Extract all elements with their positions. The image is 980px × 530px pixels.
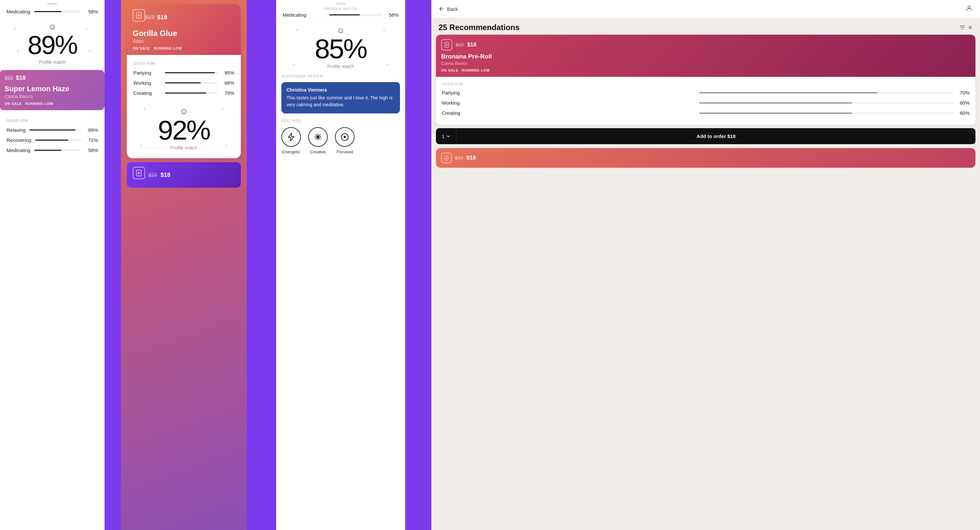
- gorilla-bar-fill-working: [165, 82, 200, 83]
- purple-card-partial: $22 $18 Super Lemon Haze Canna Basics ON…: [0, 70, 105, 110]
- plus-deco: +: [84, 26, 88, 32]
- bronana-brand: Canna Basics: [441, 61, 970, 66]
- plus4: +: [225, 142, 228, 148]
- bronana-icon-price: $22 $18: [441, 39, 970, 50]
- bottom-card-col3: $23 $18: [127, 162, 241, 188]
- stat-bar-relaxing: [29, 129, 81, 131]
- feeling-creative: Creative: [308, 127, 328, 154]
- bronana-stat-creating: Creating 60%: [442, 110, 970, 116]
- review-box: Christina Viennera This tastes just like…: [282, 82, 400, 113]
- plus2: +: [221, 106, 224, 112]
- bronana-bar-working: [699, 103, 954, 103]
- plus3: +: [140, 142, 143, 148]
- bronana-price-old: $22: [455, 42, 464, 48]
- price-display: $23 $18: [145, 14, 167, 21]
- focused-icon: [340, 132, 349, 142]
- review-text: This tastes just like summer and I love …: [286, 94, 395, 108]
- bottom-detail-icon: [441, 153, 452, 163]
- back-button[interactable]: Back: [439, 6, 458, 12]
- tag-running-low-purple: RUNNING LOW: [25, 102, 53, 105]
- bottom-price-new: $18: [161, 172, 170, 178]
- filter-button[interactable]: [959, 24, 973, 31]
- gorilla-pct-partying: 95%: [221, 70, 234, 75]
- bronana-tags: ON SALE RUNNING LOW: [441, 68, 970, 72]
- gorilla-good-for-body: GOOD FOR Partying 95% Working 68% C: [127, 55, 241, 102]
- add-order-btn[interactable]: Add to order $18: [457, 128, 975, 144]
- stat-row-medicating-left: Medicating 58%: [6, 147, 98, 153]
- stat-bar-recovering: [35, 140, 81, 140]
- col5-budtender-section: BUDTENDER REVIEW Christina Viennera This…: [276, 74, 405, 113]
- icon-price-row: $23 $18: [133, 9, 235, 26]
- gorilla-label-working: Working: [133, 80, 161, 86]
- tag-sale-gorilla: ON SALE: [133, 46, 150, 50]
- stat-bar-fill: [34, 11, 61, 12]
- adjust-icon: [967, 25, 973, 30]
- bronana-card[interactable]: $22 $18 Bronana Pre-Roll Canna Basics ON…: [436, 35, 975, 125]
- stat-row-recovering: Recovering 72%: [6, 137, 98, 143]
- tags-gorilla: ON SALE RUNNING LOW: [133, 46, 235, 50]
- plus-col5-3: +: [293, 62, 295, 68]
- svg-point-12: [968, 6, 970, 8]
- cannabis-icon-badge: [133, 9, 145, 22]
- user-icon[interactable]: [966, 5, 973, 13]
- stat-pct-recovering: 72%: [85, 137, 98, 143]
- price-new-purple: $18: [16, 75, 26, 81]
- bronana-stat-working: Working 60%: [442, 100, 970, 105]
- bronana-pct-creating: 60%: [956, 110, 970, 116]
- gorilla-match-label: Profile match: [170, 145, 197, 150]
- col-center-right: Profile match Medicating 58% + + + + ☺ 8…: [276, 0, 405, 530]
- col-purple-band-right: [405, 0, 431, 530]
- gorilla-bar-partying: [165, 72, 217, 73]
- product-name-gorilla: Gorilla Glue: [133, 29, 235, 38]
- recommendations-title: 25 Recommendations: [439, 23, 520, 32]
- bronana-pct-partying: 70%: [956, 90, 970, 96]
- gorilla-glue-card[interactable]: $23 $18 Gorilla Glue Static ON SALE RUNN…: [127, 4, 241, 158]
- filter-icon: [959, 24, 966, 31]
- plus-col5-1: +: [296, 27, 299, 33]
- bronana-stat-partying: Partying 70%: [442, 90, 970, 96]
- stat-row-medicating-top: Medicating 58%: [6, 9, 98, 14]
- bronana-good-for-label: GOOD FOR: [442, 82, 970, 86]
- stat-bar-fill-medicating-left: [34, 150, 61, 151]
- svg-point-11: [344, 136, 346, 138]
- plus-col5-2: +: [383, 27, 386, 33]
- good-for-section-left: GOOD FOR Relaxing 89% Recovering 72% Med…: [0, 113, 105, 163]
- bronana-tag-low: RUNNING LOW: [462, 68, 490, 72]
- price-old-gorilla: $23: [145, 14, 154, 21]
- energetic-icon: [286, 132, 296, 142]
- plus-col5-4: +: [386, 62, 389, 68]
- feeling-energetic: Energetic: [282, 127, 301, 154]
- stat-row-relaxing: Relaxing 89%: [6, 127, 98, 133]
- bronana-tag-sale: ON SALE: [441, 68, 458, 72]
- feeling-focused: Focused: [335, 127, 355, 154]
- profile-match-left: + + + + ☺ 89% Profile match: [0, 19, 105, 70]
- bronana-product-name: Bronana Pre-Roll: [441, 53, 970, 60]
- bottom-cannabis-svg: [135, 169, 143, 177]
- tag-low-gorilla: RUNNING LOW: [154, 46, 182, 50]
- add-to-order-bar[interactable]: 1 Add to order $18: [436, 128, 975, 144]
- focused-label: Focused: [337, 149, 353, 154]
- bottom-price-row: $23 $18: [148, 172, 170, 179]
- product-name-purple: Super Lemon Haze: [5, 85, 99, 93]
- qty-selector[interactable]: 1: [436, 128, 457, 144]
- creative-label: Creative: [310, 149, 326, 154]
- gorilla-bar-creating: [165, 93, 217, 94]
- gorilla-bar-working: [165, 82, 217, 83]
- feelings-row: Energetic Creative: [282, 127, 400, 154]
- price-new-gorilla: $18: [157, 14, 167, 21]
- bronana-icon-badge: [441, 39, 452, 50]
- bottom-detail-cannabis-icon: [444, 155, 449, 161]
- profile-match-label-left: Profile match: [0, 59, 105, 65]
- feelings-label: FEELINGS: [282, 119, 400, 123]
- gorilla-pct-working: 68%: [221, 80, 234, 86]
- gorilla-pct-creating: 79%: [221, 90, 234, 96]
- col5-medicating-fill: [329, 14, 360, 15]
- bronana-header: $22 $18 Bronana Pre-Roll Canna Basics ON…: [436, 35, 975, 77]
- detail-header: Back: [431, 0, 980, 18]
- back-arrow-icon: [439, 6, 444, 12]
- bronana-label-partying: Partying: [442, 90, 697, 96]
- product-type-gorilla: Static: [133, 38, 235, 44]
- reviewer-name: Christina Viennera: [286, 87, 395, 93]
- qty-value: 1: [442, 133, 444, 139]
- gorilla-stat-creating: Creating 79%: [133, 90, 234, 96]
